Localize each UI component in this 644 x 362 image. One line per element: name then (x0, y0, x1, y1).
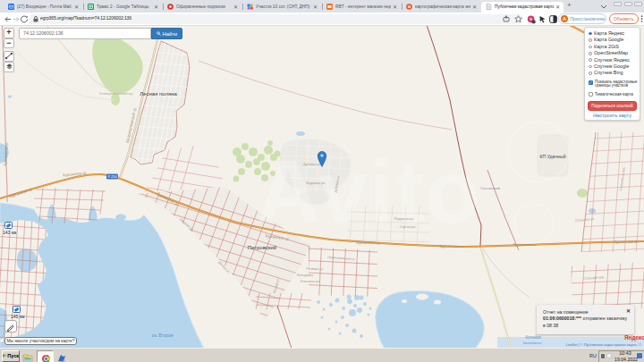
svg-text:оз. Второе: оз. Второе (152, 333, 174, 338)
svg-text:Клондайка: Клондайка (297, 274, 313, 277)
svg-text:Челябинск: Челябинск (523, 341, 542, 345)
svg-text:Курганское ш.: Курганское ш. (356, 240, 380, 245)
svg-text:Петровский: Петровский (248, 245, 276, 250)
svg-text:Радужная ул.: Радужная ул. (394, 217, 414, 221)
svg-text:КП Удачный: КП Удачный (539, 154, 565, 159)
svg-text:Кленовая ул.: Кленовая ул. (301, 280, 320, 283)
svg-text:Лесная поляна: Лесная поляна (140, 91, 177, 97)
svg-text:Курганское ш.: Курганское ш. (513, 242, 537, 247)
svg-text:Р-254: Р-254 (107, 175, 116, 179)
svg-text:Курганское ш.: Курганское ш. (439, 244, 463, 248)
svg-text:Avito: Avito (256, 141, 480, 241)
svg-text:Дубовая ул.: Дубовая ул. (303, 163, 321, 166)
svg-text:Курганское ш.: Курганское ш. (614, 240, 638, 244)
svg-text:Университетский пр.: Университетский пр. (99, 91, 133, 96)
svg-text:Сорная ул.: Сорная ул. (400, 225, 416, 229)
svg-text:Копейск: Копейск (525, 334, 541, 340)
svg-text:Сосновский: Сосновский (480, 186, 500, 190)
svg-text:Кедровая ул.: Кедровая ул. (306, 181, 326, 185)
